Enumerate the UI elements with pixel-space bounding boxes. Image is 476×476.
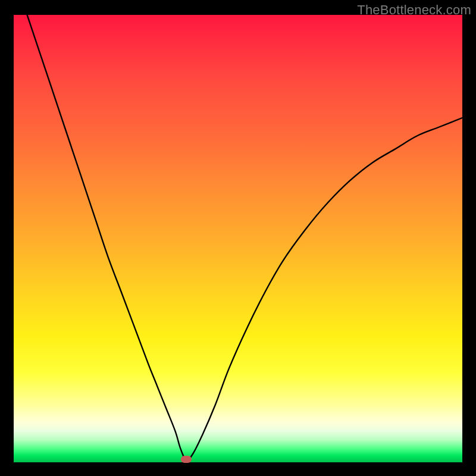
plot-area xyxy=(14,15,462,462)
bottleneck-curve xyxy=(14,15,462,462)
chart-frame: TheBottleneck.com xyxy=(0,0,476,476)
optimal-point-marker xyxy=(181,456,192,463)
watermark-text: TheBottleneck.com xyxy=(357,2,471,18)
